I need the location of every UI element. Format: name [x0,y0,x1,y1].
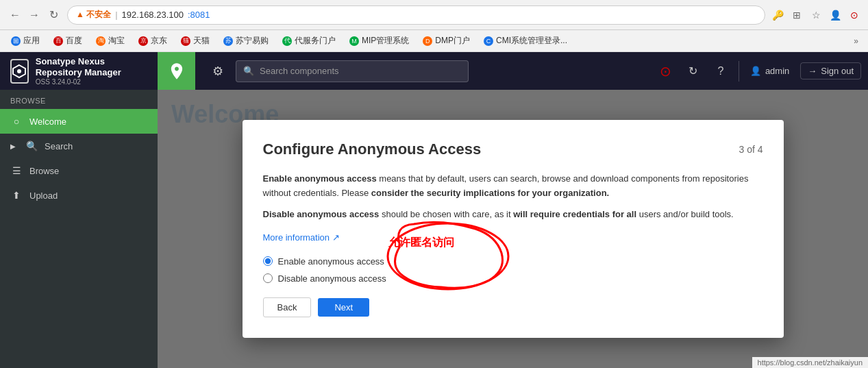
enable-anon-label: Enable anonymous access [278,256,384,267]
forward-button[interactable]: → [26,7,42,23]
baidu-dot: 百 [53,36,63,46]
app-wrapper: Sonatype Nexus Repository Manager OSS 3.… [0,52,868,368]
browse-repository-btn[interactable] [158,52,195,90]
search-arrow: ▶ [10,143,16,150]
security-warning: ▲ 不安全 [76,9,111,21]
signout-label: Sign out [821,66,854,76]
svg-point-1 [17,69,21,73]
help-icon[interactable]: ? [708,59,733,84]
welcome-icon: ○ [10,116,23,127]
refresh-icon[interactable]: ↻ [681,59,706,84]
mip-dot: M [349,36,359,46]
next-button-modal[interactable]: Next [318,298,369,317]
disable-anon-radio[interactable]: Disable anonymous access [263,273,763,284]
sidebar-item-welcome[interactable]: ○ Welcome [0,109,158,134]
sidebar-item-upload-label: Upload [29,191,58,201]
status-url: https://blog.csdn.net/zhaikaiyun [758,358,863,367]
bookmarks-bar: ⊞ 应用 百 百度 淘 淘宝 京 京东 猫 天猫 苏 苏宁易购 代 代服务门户 … [0,30,868,52]
alert-icon[interactable]: ⊙ [654,59,678,84]
para2-credentials-bold: will require credentials for all [513,209,636,219]
disable-anon-label: Disable anonymous access [278,273,386,284]
para2-rest: should be chosen with care, as it [382,209,513,219]
reload-button[interactable]: ↻ [45,7,62,23]
bookmark-jd[interactable]: 京 京东 [133,34,173,48]
cmi-dot: C [484,36,493,46]
modal-para2: Disable anonymous access should be chose… [263,208,763,222]
admin-menu[interactable]: 👤 admin [745,63,795,79]
para1-security-bold: consider the security implications for y… [371,188,609,198]
modal-overlay: Configure Anonymous Access 3 of 4 Enable… [158,90,868,368]
search-box[interactable]: 🔍 [236,60,469,82]
main-area: Browse ○ Welcome ▶ 🔍 Search ☰ Browse ⬆ U… [0,90,868,368]
enable-anon-radio-input[interactable] [263,256,273,266]
modal-body: Enable anonymous access means that by de… [263,172,763,221]
tianmao-dot: 猫 [181,36,190,46]
enable-anon-bold: Enable anonymous access [263,173,377,184]
back-button[interactable]: ← [7,7,23,23]
disable-anon-radio-input[interactable] [263,273,273,283]
modal-step: 3 of 4 [739,144,762,155]
dmp-dot: D [423,36,432,46]
address-bar[interactable]: ▲ 不安全 | 192.168.23.100 :8081 [67,5,765,25]
bookmark-proxy[interactable]: 代 代服务门户 [277,34,341,48]
key-icon[interactable]: 🔑 [771,8,784,22]
bookmark-taobao[interactable]: 淘 淘宝 [90,34,130,48]
taobao-dot: 淘 [96,36,106,46]
search-icon-sidebar: 🔍 [25,140,38,151]
modal-footer: Back Next [263,297,763,317]
sidebar-item-welcome-label: Welcome [29,116,66,127]
apps-dot: ⊞ [11,36,21,46]
configure-anonymous-access-modal: Configure Anonymous Access 3 of 4 Enable… [243,120,784,337]
translate-icon[interactable]: ⊞ [790,8,804,22]
bookmark-cmi[interactable]: C CMI系统管理登录... [478,34,573,48]
menu-icon[interactable]: ⊙ [847,8,861,22]
more-info-link[interactable]: More information ↗ [263,232,340,243]
suning-dot: 苏 [223,36,233,46]
browser-bar: ← → ↻ ▲ 不安全 | 192.168.23.100 :8081 🔑 ⊞ ☆… [0,0,868,30]
logo-text: Sonatype Nexus Repository Manager OSS 3.… [36,56,147,85]
sidebar-item-upload[interactable]: ⬆ Upload [0,183,158,208]
disable-anon-bold: Disable anonymous access [263,209,380,219]
proxy-dot: 代 [282,36,292,46]
settings-icon[interactable]: ⚙ [206,59,230,84]
star-icon[interactable]: ☆ [809,8,823,22]
bookmark-apps[interactable]: ⊞ 应用 [5,34,45,48]
content-area: Welcome Configure Anonymous Access 3 of … [158,90,868,368]
back-button-modal[interactable]: Back [263,297,312,317]
nav-divider [739,61,739,82]
sidebar-section-title: Browse [0,90,158,109]
admin-label: admin [765,66,789,76]
sidebar-item-search-label: Search [45,141,73,151]
annotation-text: 允许匿名访问 [388,236,454,250]
sidebar-item-browse[interactable]: ☰ Browse [0,158,158,183]
sidebar-item-browse-label: Browse [29,166,59,176]
bookmark-suning[interactable]: 苏 苏宁易购 [218,34,274,48]
more-bookmarks-btn[interactable]: » [850,35,863,47]
upload-icon: ⬆ [10,190,23,201]
bookmark-baidu[interactable]: 百 百度 [48,34,88,48]
nav-center: ⚙ 🔍 [195,59,647,84]
search-input[interactable] [260,66,461,76]
signout-button[interactable]: → Sign out [800,62,861,79]
status-bar: https://blog.csdn.net/zhaikaiyun [752,357,868,368]
modal-title: Configure Anonymous Access [263,140,482,158]
sidebar: Browse ○ Welcome ▶ 🔍 Search ☰ Browse ⬆ U… [0,90,158,368]
bookmark-dmp[interactable]: D DMP门户 [417,34,475,48]
para2-end: users and/or build tools. [639,209,734,219]
more-info-label: More information [263,232,330,243]
jd-dot: 京 [138,36,148,46]
browser-actions: 🔑 ⊞ ☆ 👤 ⊙ [771,8,861,22]
enable-anon-radio[interactable]: Enable anonymous access [263,256,763,267]
modal-header: Configure Anonymous Access 3 of 4 [263,140,763,158]
bookmark-mip[interactable]: M MIP管理系统 [344,34,414,48]
user-icon: 👤 [750,66,761,76]
browse-icon: ☰ [10,165,23,176]
bookmark-tianmao[interactable]: 猫 天猫 [175,34,215,48]
address-text: 192.168.23.100 [122,10,184,20]
modal-para1: Enable anonymous access means that by de… [263,172,763,201]
nav-right: ⊙ ↻ ? 👤 admin → Sign out [647,59,868,84]
logo-title: Sonatype Nexus Repository Manager [36,56,147,77]
logo-area: Sonatype Nexus Repository Manager OSS 3.… [0,52,158,90]
account-icon[interactable]: 👤 [828,8,842,22]
sidebar-item-search[interactable]: ▶ 🔍 Search [0,134,158,158]
